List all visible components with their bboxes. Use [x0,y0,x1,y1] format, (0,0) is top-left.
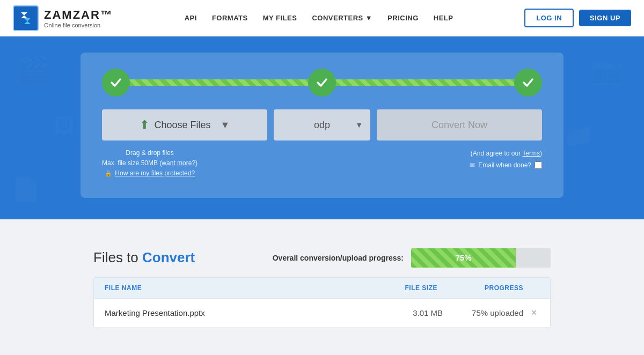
sub-info-row: Drag & drop files Max. file size 50MB (w… [102,148,542,179]
convert-now-button[interactable]: Convert Now [377,109,542,140]
steps-bar [102,69,542,97]
files-header-row: Files to Convert Overall conversion/uplo… [93,248,551,268]
auth-buttons: LOG IN SIGN UP [524,9,631,27]
hero-section: 🎬 🖼 📄 📷 📁 🎵 [0,36,644,219]
signup-button[interactable]: SIGN UP [579,10,631,26]
svg-marker-0 [21,12,27,18]
format-select-wrapper: odp pptx pdf ppt ▼ [274,109,370,140]
progress-label: Overall conversion/upload progress: [273,254,404,262]
email-checkbox[interactable] [535,161,542,169]
chevron-down-icon: ▼ [365,14,372,22]
header: ZAMZAR™ Online file conversion API FORMA… [0,0,644,36]
files-title: Files to Convert [93,249,195,266]
table-header: FILE NAME FILE SIZE PROGRESS [94,278,550,299]
email-icon: ✉ [470,160,475,172]
upload-icon: ⬆ [140,118,149,132]
col-header-size: FILE SIZE [384,284,437,292]
file-progress: 75% uploaded [443,308,529,317]
col-header-name: FILE NAME [105,284,384,292]
choose-files-button[interactable]: ⬆ Choose Files ▼ [102,109,267,140]
terms-email-right: (And agree to our Terms) ✉ Email when do… [470,148,542,171]
files-container: Files to Convert Overall conversion/uplo… [80,248,564,328]
file-protection-link[interactable]: How are my files protected? [115,169,195,177]
table-row: Marketing Presentation.pptx 3.01 MB 75% … [94,299,550,328]
want-more-link[interactable]: (want more?) [159,159,197,167]
terms-link[interactable]: Terms [522,150,540,157]
email-row: ✉ Email when done? [470,160,542,172]
zamzar-logo-icon [13,5,39,31]
logo-name: ZAMZAR™ [44,8,113,22]
logo-text: ZAMZAR™ Online file conversion [44,8,113,28]
progress-bar-outer: 75% [411,248,551,268]
drag-drop-text: Drag & drop files [102,148,197,158]
choose-files-dropdown-arrow: ▼ [221,120,230,131]
nav-pricing[interactable]: PRICING [387,14,419,22]
svg-text:📁: 📁 [564,121,594,150]
svg-text:🎬: 🎬 [16,54,50,86]
files-section: Files to Convert Overall conversion/uplo… [0,219,644,350]
file-name: Marketing Presentation.pptx [105,308,389,317]
lock-icon: 🔒 [105,170,112,176]
progress-bar-inner: 75% [411,248,516,268]
nav-api[interactable]: API [185,14,197,22]
step-1-circle [102,69,130,97]
step-2-circle [308,69,336,97]
svg-text:📄: 📄 [11,175,41,204]
max-file-info: Max. file size 50MB (want more?) [102,158,197,168]
logo-area: ZAMZAR™ Online file conversion [13,5,113,31]
terms-text: (And agree to our Terms) [470,148,542,160]
format-select[interactable]: odp pptx pdf ppt [274,109,370,140]
logo-sub: Online file conversion [44,22,113,28]
svg-text:🎵: 🎵 [601,182,628,208]
controls-row: ⬆ Choose Files ▼ odp pptx pdf ppt ▼ Conv… [102,109,542,140]
svg-marker-1 [24,18,31,24]
nav-help[interactable]: HELP [434,14,453,22]
step-3-circle [514,69,542,97]
step-line-1 [129,79,309,86]
file-protection-row: 🔒 How are my files protected? [102,168,197,179]
progress-area: Overall conversion/upload progress: 75% [273,248,551,268]
main-nav: API FORMATS MY FILES CONVERTERS ▼ PRICIN… [185,14,453,22]
file-size: 3.01 MB [389,308,443,317]
col-header-progress: PROGRESS [437,284,523,292]
remove-file-button[interactable]: × [529,307,539,319]
nav-formats[interactable]: FORMATS [212,14,248,22]
login-button[interactable]: LOG IN [524,9,574,27]
step-line-2 [335,79,515,86]
svg-text:📷: 📷 [590,54,624,86]
nav-converters[interactable]: CONVERTERS ▼ [312,14,372,22]
hero-card: ⬆ Choose Files ▼ odp pptx pdf ppt ▼ Conv… [80,53,564,198]
svg-text:🖼: 🖼 [54,114,75,137]
file-table: FILE NAME FILE SIZE PROGRESS Marketing P… [93,277,551,328]
file-info-left: Drag & drop files Max. file size 50MB (w… [102,148,197,179]
nav-my-files[interactable]: MY FILES [263,14,297,22]
